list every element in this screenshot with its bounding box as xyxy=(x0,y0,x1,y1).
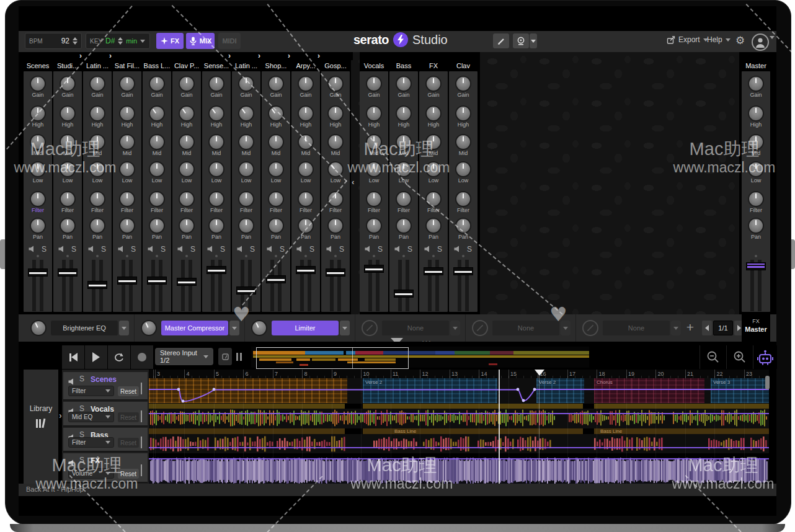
mid-knob[interactable] xyxy=(455,134,471,150)
key-control[interactable]: KEY D# min xyxy=(86,33,150,49)
low-knob[interactable] xyxy=(327,161,344,177)
low-knob[interactable] xyxy=(30,161,46,177)
mid-knob[interactable] xyxy=(60,134,76,150)
high-knob[interactable] xyxy=(327,105,344,122)
track-collapse-chevron[interactable] xyxy=(141,466,142,477)
mute-button[interactable] xyxy=(394,244,402,255)
high-knob[interactable] xyxy=(748,105,764,122)
track-solo-button[interactable]: S xyxy=(79,456,84,464)
solo-button[interactable]: S xyxy=(378,245,383,254)
mid-knob[interactable] xyxy=(30,134,46,150)
channel-name[interactable]: Latin ... xyxy=(83,60,112,71)
gain-knob[interactable] xyxy=(149,76,165,92)
filter-knob[interactable] xyxy=(179,191,195,207)
pan-knob[interactable] xyxy=(425,218,442,234)
gain-knob[interactable] xyxy=(119,76,135,92)
bpm-value[interactable]: 92 xyxy=(61,37,69,45)
low-knob[interactable] xyxy=(748,161,764,177)
high-knob[interactable] xyxy=(455,105,471,122)
metronome-button[interactable] xyxy=(218,348,232,365)
robot-assistant-button[interactable] xyxy=(753,345,777,369)
vertical-scrollbar-thumb[interactable] xyxy=(765,376,770,389)
skip-to-start-button[interactable] xyxy=(62,345,85,369)
bass-automation-line[interactable] xyxy=(149,447,769,448)
high-knob[interactable] xyxy=(268,105,284,122)
gain-knob[interactable] xyxy=(455,76,471,92)
high-knob[interactable] xyxy=(149,105,165,122)
track-collapse-chevron[interactable] xyxy=(141,412,142,423)
channel-name[interactable]: Bass L... xyxy=(143,60,171,71)
channel-name[interactable]: Scenes xyxy=(24,60,52,71)
channel-name[interactable]: Gosp... xyxy=(321,60,350,71)
fx-slot-dropdown[interactable] xyxy=(119,321,129,335)
solo-button[interactable]: S xyxy=(309,245,314,254)
track-param-select[interactable]: Filter xyxy=(68,386,114,396)
track-reset-button[interactable]: Reset xyxy=(118,469,139,479)
low-knob[interactable] xyxy=(268,161,284,177)
mid-knob[interactable] xyxy=(366,134,382,150)
high-knob[interactable] xyxy=(298,105,314,122)
solo-button[interactable]: S xyxy=(339,245,344,254)
low-knob[interactable] xyxy=(425,161,442,177)
pan-knob[interactable] xyxy=(455,218,471,234)
fader-handle[interactable] xyxy=(236,286,256,295)
channel-name[interactable]: Sat Fil... xyxy=(113,60,141,71)
export-menu[interactable]: Export xyxy=(667,35,708,44)
gain-knob[interactable] xyxy=(30,76,46,92)
channel-name[interactable]: FX xyxy=(419,60,448,71)
pan-knob[interactable] xyxy=(60,218,76,234)
high-knob[interactable] xyxy=(238,105,254,122)
fader-handle[interactable] xyxy=(177,278,197,286)
low-knob[interactable] xyxy=(396,161,412,177)
scenes-automation-curve[interactable] xyxy=(149,378,769,403)
mid-knob[interactable] xyxy=(396,134,412,150)
filter-knob[interactable] xyxy=(119,191,135,207)
pan-knob[interactable] xyxy=(327,218,344,234)
pan-knob[interactable] xyxy=(30,218,46,234)
solo-button[interactable]: S xyxy=(161,245,166,254)
fx-slot-dropdown[interactable] xyxy=(340,321,350,335)
fader-handle[interactable] xyxy=(394,290,414,298)
channel-name[interactable]: Sense... xyxy=(202,60,231,71)
solo-button[interactable]: S xyxy=(220,245,225,254)
gain-knob[interactable] xyxy=(425,76,442,92)
account-caret-icon[interactable] xyxy=(770,39,775,50)
pan-knob[interactable] xyxy=(238,218,254,234)
pan-knob[interactable] xyxy=(748,218,764,234)
gain-knob[interactable] xyxy=(327,76,344,92)
account-avatar[interactable] xyxy=(752,33,769,51)
channel-name[interactable]: Clav xyxy=(449,60,477,71)
channel-open-chevron[interactable]: › xyxy=(83,52,115,60)
mute-button[interactable] xyxy=(237,244,244,255)
fader-handle[interactable] xyxy=(746,262,766,270)
fx-knob-empty[interactable] xyxy=(362,320,378,336)
mid-knob[interactable] xyxy=(425,134,442,150)
key-value[interactable]: D# xyxy=(105,37,115,45)
play-button[interactable] xyxy=(85,345,108,369)
filter-knob[interactable] xyxy=(268,191,284,207)
fx-page-prev-button[interactable] xyxy=(702,321,712,335)
filter-knob[interactable] xyxy=(149,191,165,207)
channel-name[interactable]: Vocals xyxy=(360,60,388,71)
solo-button[interactable]: S xyxy=(42,245,47,254)
channel-name[interactable]: Bass xyxy=(389,60,418,71)
pan-knob[interactable] xyxy=(396,218,412,234)
channel-open-chevron[interactable]: › xyxy=(202,52,234,60)
fx-slot-select[interactable]: Limiter xyxy=(272,321,339,335)
fx-slot-select[interactable]: None xyxy=(603,321,670,335)
fader-handle[interactable] xyxy=(424,267,443,275)
vocals-automation-line[interactable] xyxy=(149,413,769,414)
track-mute-button[interactable] xyxy=(68,458,76,469)
gain-knob[interactable] xyxy=(268,76,284,92)
track-collapse-chevron[interactable] xyxy=(141,384,142,395)
high-knob[interactable] xyxy=(60,105,76,122)
fx-toggle-button[interactable]: FX xyxy=(156,33,184,49)
filter-knob[interactable] xyxy=(60,191,76,207)
fx-slot-dropdown[interactable] xyxy=(229,321,239,335)
low-knob[interactable] xyxy=(455,161,471,177)
playhead-marker[interactable] xyxy=(535,370,544,376)
track-header-vocals[interactable]: SVocalsMid EQReset xyxy=(63,402,148,427)
track-header-scenes[interactable]: SScenesFilterReset xyxy=(63,372,148,401)
help-menu[interactable]: Help xyxy=(707,35,731,44)
bpm-control[interactable]: BPM 92 xyxy=(25,33,82,49)
